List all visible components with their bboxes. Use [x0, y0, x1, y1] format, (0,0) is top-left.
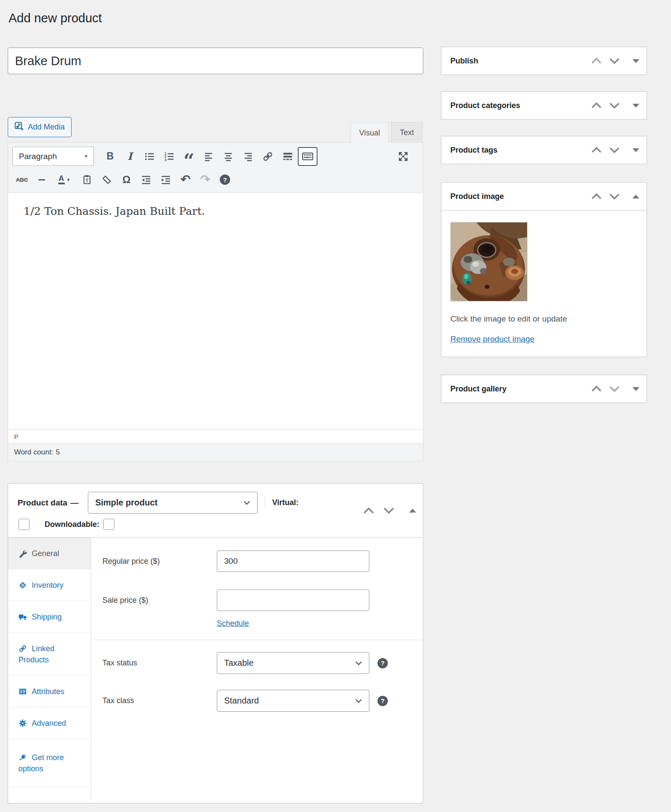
editor-mode-tabs: Visual Text — [350, 122, 422, 143]
collapse-toggle-icon[interactable] — [632, 59, 639, 63]
move-up-icon[interactable] — [591, 385, 602, 393]
indent-button[interactable] — [156, 171, 175, 188]
collapse-toggle-icon[interactable] — [632, 387, 639, 391]
paragraph-format-select[interactable]: Paragraph ▼ — [12, 147, 94, 166]
page-title: Add new product — [9, 11, 102, 25]
tab-shipping[interactable]: Shipping — [8, 601, 91, 633]
tabs-filler — [8, 787, 91, 801]
tax-class-help-icon[interactable]: ? — [377, 696, 388, 706]
outdent-button[interactable] — [137, 171, 156, 188]
product-image-panel: Product image — [441, 182, 647, 357]
tab-advanced[interactable]: Advanced — [8, 707, 91, 739]
collapse-toggle-icon[interactable] — [632, 104, 639, 108]
blockquote-button[interactable]: “ — [180, 148, 198, 165]
add-media-button[interactable]: Add Media — [8, 117, 72, 137]
sale-price-label: Sale price ($) — [102, 596, 217, 605]
move-up-icon[interactable] — [591, 146, 602, 154]
indent-icon — [160, 174, 171, 185]
text-color-button[interactable]: A ▼ — [52, 171, 77, 188]
align-left-icon — [203, 151, 214, 162]
move-down-icon[interactable] — [609, 102, 620, 109]
virtual-checkbox[interactable] — [18, 519, 30, 530]
tab-general[interactable]: General — [8, 538, 91, 569]
fullscreen-button[interactable] — [394, 148, 413, 165]
product-image-thumbnail[interactable] — [450, 222, 527, 301]
tax-status-help-icon[interactable]: ? — [377, 658, 388, 668]
insert-link-button[interactable] — [258, 148, 277, 165]
product-gallery-title: Product gallery — [450, 385, 591, 394]
clear-formatting-button[interactable] — [97, 171, 116, 188]
downloadable-checkbox[interactable] — [103, 519, 114, 530]
move-down-icon[interactable] — [609, 146, 620, 154]
tab-linked-products[interactable]: Linked Products — [8, 633, 91, 676]
general-tab-panel: Regular price ($) Sale price ($) Schedul… — [91, 538, 423, 801]
text-color-icon: A — [58, 175, 65, 184]
horizontal-rule-button[interactable] — [32, 171, 51, 188]
align-center-button[interactable] — [219, 148, 238, 165]
product-tags-title: Product tags — [450, 146, 591, 155]
regular-price-input[interactable] — [217, 550, 369, 572]
move-down-icon[interactable] — [383, 506, 395, 514]
paste-as-text-button[interactable]: T — [78, 171, 96, 188]
align-right-button[interactable] — [239, 148, 258, 165]
product-data-panel: Product data — Simple product Virtual: D… — [8, 483, 423, 803]
eraser-icon — [101, 174, 112, 185]
publish-panel-title: Publish — [450, 57, 591, 66]
read-more-tag-button[interactable] — [278, 148, 297, 165]
product-categories-panel: Product categories — [441, 91, 647, 120]
move-down-icon[interactable] — [609, 57, 620, 65]
chevron-down-icon — [355, 661, 362, 665]
tab-attributes[interactable]: Attributes — [8, 676, 91, 707]
tab-text[interactable]: Text — [391, 122, 422, 143]
schedule-link[interactable]: Schedule — [217, 619, 249, 628]
bold-button[interactable]: B — [101, 148, 120, 165]
chevron-down-icon: ▼ — [66, 177, 71, 182]
strikethrough-button[interactable]: ABC — [12, 171, 31, 188]
remove-product-image-link[interactable]: Remove product image — [450, 334, 534, 344]
align-right-icon — [243, 151, 254, 162]
tab-inventory[interactable]: Inventory — [8, 569, 91, 601]
product-type-select[interactable]: Simple product — [88, 492, 258, 514]
tax-class-select[interactable]: Standard — [217, 690, 369, 712]
collapse-toggle-icon[interactable] — [409, 508, 416, 512]
sale-price-input[interactable] — [217, 589, 369, 611]
special-character-button[interactable]: Ω — [117, 171, 136, 188]
keyboard-shortcuts-button[interactable] — [298, 147, 318, 166]
help-icon: ? — [220, 174, 230, 185]
tab-get-more-options[interactable]: Get more options — [8, 739, 91, 787]
product-tags-panel: Product tags — [441, 136, 647, 164]
move-up-icon[interactable] — [591, 102, 602, 109]
chevron-down-icon — [355, 699, 362, 703]
redo-button[interactable]: ↷ — [196, 171, 215, 188]
editor-toolbar: Paragraph ▼ B I 1 2 3 — [8, 143, 423, 193]
collapse-toggle-icon[interactable] — [632, 195, 639, 198]
move-up-icon[interactable] — [591, 192, 602, 200]
horizontal-rule-icon — [39, 179, 45, 180]
svg-text:T: T — [86, 178, 89, 183]
keyboard-icon — [301, 150, 314, 162]
divider — [265, 496, 265, 509]
italic-button[interactable]: I — [120, 148, 139, 165]
move-down-icon[interactable] — [609, 385, 620, 393]
product-image-title: Product image — [450, 192, 591, 201]
undo-button[interactable]: ↶ — [176, 171, 195, 188]
product-data-header: Product data — Simple product Virtual: D… — [8, 484, 423, 538]
editor-content[interactable]: 1/2 Ton Chassis. Japan Built Part. — [8, 193, 423, 429]
move-up-icon[interactable] — [591, 57, 602, 65]
collapse-toggle-icon[interactable] — [632, 148, 639, 152]
chevron-down-icon — [243, 501, 250, 505]
add-new-product-page: Add new product Add Media Visual Text — [0, 0, 671, 812]
editor-help-button[interactable]: ? — [216, 171, 234, 188]
fullscreen-icon — [397, 150, 409, 162]
virtual-label: Virtual: — [272, 498, 299, 507]
align-left-button[interactable] — [199, 148, 218, 165]
numbered-list-button[interactable]: 1 2 3 — [160, 148, 179, 165]
tax-status-select[interactable]: Taxable — [217, 652, 369, 674]
outdent-icon — [141, 174, 152, 185]
move-up-icon[interactable] — [363, 506, 374, 514]
product-data-title: Product data — [18, 498, 67, 508]
move-down-icon[interactable] — [609, 192, 620, 200]
product-title-input[interactable] — [8, 48, 423, 74]
tab-visual[interactable]: Visual — [350, 122, 389, 143]
bulleted-list-button[interactable] — [140, 148, 159, 165]
